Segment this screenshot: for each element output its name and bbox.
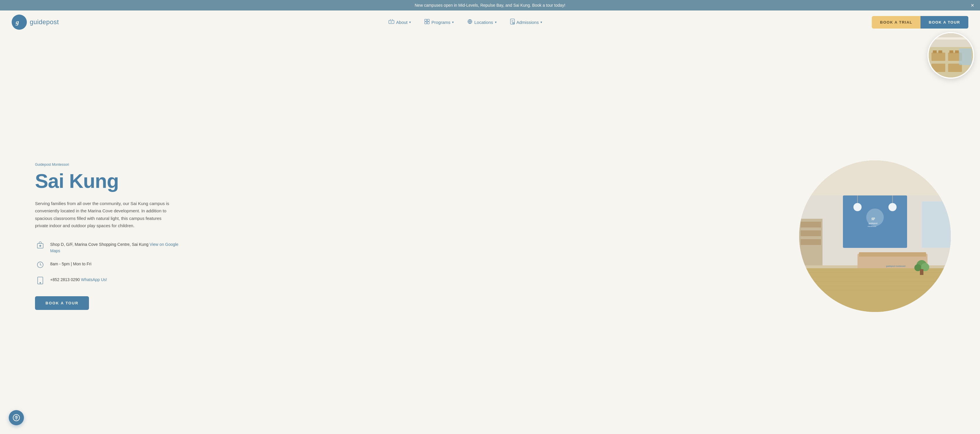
locations-chevron: ▾	[495, 21, 497, 24]
admissions-chevron: ▾	[541, 21, 542, 24]
main-nav: About ▾ Programs ▾	[383, 16, 547, 28]
description: Serving families from all over the commu…	[35, 200, 169, 230]
svg-rect-7	[427, 22, 430, 24]
svg-rect-54	[932, 64, 946, 72]
whatsapp-link[interactable]: WhatsApp Us!	[81, 277, 107, 282]
programs-label: Programs	[431, 20, 450, 25]
nav-item-admissions[interactable]: Admissions ▾	[505, 16, 548, 28]
clock-icon	[35, 260, 46, 270]
svg-point-64	[16, 419, 17, 420]
svg-point-18	[40, 282, 41, 283]
svg-rect-61	[959, 48, 972, 65]
svg-rect-30	[800, 222, 821, 228]
locations-icon	[467, 19, 473, 25]
admissions-icon	[510, 19, 515, 26]
left-content: Guidepost Montessori Sai Kung Serving fa…	[35, 163, 187, 310]
main-content: Guidepost Montessori Sai Kung Serving fa…	[0, 34, 980, 434]
thumbnail-image	[928, 32, 974, 79]
svg-rect-5	[427, 19, 430, 21]
svg-rect-59	[955, 51, 959, 53]
svg-point-33	[853, 203, 862, 211]
page-title: Sai Kung	[35, 171, 187, 192]
nav-item-about[interactable]: About ▾	[383, 17, 416, 28]
address-icon	[35, 240, 46, 250]
phone-item: +852 2813 0290 WhatsApp Us!	[35, 275, 187, 286]
svg-rect-4	[425, 19, 427, 21]
book-tour-header-button[interactable]: BOOK A TOUR	[921, 16, 968, 29]
svg-rect-52	[932, 53, 946, 61]
locations-label: Locations	[474, 20, 493, 25]
about-chevron: ▾	[409, 21, 411, 24]
campus-image-container: gp guidepost montessori	[799, 160, 951, 312]
book-trial-button[interactable]: BOOK A TRIAL	[872, 16, 921, 29]
logo[interactable]: g guidepost	[12, 14, 59, 30]
svg-point-13	[512, 22, 514, 24]
logo-icon: g	[12, 14, 27, 30]
info-list: Shop D, G/F, Marina Cove Shopping Centre…	[35, 240, 187, 286]
svg-rect-60	[934, 37, 967, 40]
svg-text:guidepost: guidepost	[869, 222, 877, 225]
svg-rect-58	[950, 51, 953, 53]
svg-point-34	[888, 203, 897, 211]
header: g guidepost About ▾	[0, 11, 980, 34]
svg-rect-6	[425, 22, 427, 24]
programs-chevron: ▾	[452, 21, 454, 24]
announcement-text: New campuses open in Mid-Levels, Repulse…	[415, 3, 565, 8]
address-item: Shop D, G/F, Marina Cove Shopping Centre…	[35, 240, 187, 254]
campus-image: gp guidepost montessori	[799, 160, 951, 312]
svg-rect-57	[938, 51, 942, 53]
svg-rect-56	[933, 51, 937, 53]
programs-icon	[425, 19, 430, 25]
svg-rect-31	[800, 230, 821, 236]
svg-text:montessori: montessori	[868, 225, 876, 227]
help-button[interactable]	[9, 410, 24, 425]
hours-item: 8am - 5pm | Mon to Fri	[35, 260, 187, 270]
svg-rect-20	[799, 160, 951, 195]
announcement-close-button[interactable]: ×	[970, 2, 974, 8]
hours-text: 8am - 5pm | Mon to Fri	[50, 260, 91, 267]
svg-rect-48	[920, 269, 923, 275]
about-icon	[388, 19, 395, 25]
svg-rect-28	[859, 252, 926, 257]
header-buttons: BOOK A TRIAL BOOK A TOUR	[872, 16, 968, 29]
announcement-bar: New campuses open in Mid-Levels, Repulse…	[0, 0, 980, 11]
about-label: About	[396, 20, 407, 25]
admissions-label: Admissions	[517, 20, 539, 25]
logo-text: guidepost	[30, 18, 59, 26]
svg-point-16	[40, 245, 41, 246]
phone-icon	[35, 275, 46, 286]
nav-item-programs[interactable]: Programs ▾	[419, 17, 459, 28]
svg-text:g: g	[16, 18, 19, 25]
breadcrumb: Guidepost Montessori	[35, 163, 187, 166]
svg-rect-32	[800, 239, 821, 245]
svg-point-63	[14, 416, 18, 420]
address-text: Shop D, G/F, Marina Cove Shopping Centre…	[50, 240, 187, 254]
svg-text:guidepost montessori: guidepost montessori	[886, 265, 905, 268]
svg-rect-43	[922, 201, 951, 248]
book-tour-main-button[interactable]: BOOK A TOUR	[35, 296, 89, 310]
svg-text:gp: gp	[871, 216, 875, 220]
nav-item-locations[interactable]: Locations ▾	[462, 17, 502, 28]
phone-text: +852 2813 0290 WhatsApp Us!	[50, 275, 107, 283]
